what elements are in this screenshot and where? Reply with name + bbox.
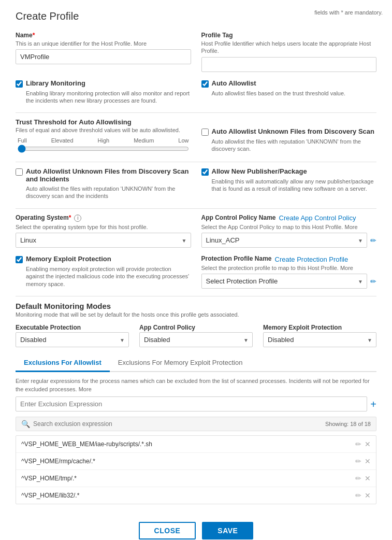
os-select[interactable]: Linux Windows — [16, 233, 191, 248]
auto-allowlist-unknown-ds-checkbox[interactable] — [201, 129, 209, 136]
divider4 — [16, 296, 376, 296]
os-appcontrol-row: Operating System* i Select the operating… — [16, 214, 376, 248]
auto-allowlist-col: Auto Allowlist Auto allowlist files base… — [201, 79, 377, 106]
protection-profile-col: Protection Profile Name Create Protectio… — [201, 255, 377, 289]
delete-exclusion-icon[interactable]: ✕ — [365, 440, 371, 448]
name-input[interactable] — [16, 49, 191, 64]
protection-profile-select-wrapper: Select Protection Profile ▼ — [201, 274, 368, 289]
auto-allowlist-hint: Auto allowlist files based on the trust … — [212, 90, 377, 97]
close-button[interactable]: CLOSE — [139, 522, 196, 539]
profile-tag-col: Profile Tag Host Profile Identifier whic… — [201, 32, 377, 72]
create-protection-profile-link[interactable]: Create Protection Profile — [275, 255, 349, 263]
os-label: Operating System* — [16, 214, 71, 221]
monitoring-modes-row: Executable Protection Disabled ▼ App Con… — [16, 324, 376, 347]
app-control-policy-select-wrapper: Disabled ▼ — [139, 332, 253, 347]
executable-protection-select[interactable]: Disabled — [16, 332, 129, 347]
auto-allowlist-dsi-label[interactable]: Auto Allowlist Unknown Files from Discov… — [26, 167, 191, 183]
app-control-policy-select[interactable]: Disabled — [139, 332, 253, 347]
trust-threshold-slider[interactable] — [18, 145, 189, 153]
auto-allowlist-dsi-checkbox[interactable] — [16, 168, 23, 176]
auto-allowlist-unknown-ds-checkbox-row: Auto Allowlist Unknown Files from Discov… — [201, 127, 377, 136]
protection-profile-select[interactable]: Select Protection Profile — [201, 274, 368, 289]
edit-exclusion-icon[interactable]: ✏ — [355, 474, 361, 482]
list-item: ^VSP_HOME/tmp/.* ✏ ✕ — [16, 470, 376, 487]
tab-exclusions-memory-exploit[interactable]: Exclusions For Memory Exploit Protection — [110, 354, 251, 372]
protection-profile-hint: Select the protection profile to map to … — [201, 264, 377, 272]
edit-exclusion-icon[interactable]: ✏ — [355, 491, 361, 500]
executable-protection-label: Executable Protection — [16, 324, 129, 331]
memory-exploit-mode-col: Memory Exploit Protection Disabled ▼ — [263, 324, 376, 347]
delete-exclusion-icon[interactable]: ✕ — [365, 491, 371, 500]
memory-protection-row: Memory Exploit Protection Enabling memor… — [16, 255, 376, 289]
profile-tag-label: Profile Tag — [201, 32, 377, 39]
exclusion-item-text: ^VSP_HOME/tmp/.* — [21, 475, 355, 482]
exclusion-actions: ✏ ✕ — [355, 440, 371, 448]
app-control-select-wrapper: Linux_ACP ▼ — [201, 233, 368, 248]
divider2 — [16, 162, 376, 162]
trust-threshold-hint: Files of equal and above threshold value… — [16, 127, 191, 133]
default-monitoring-subtitle: Monitoring mode that will be set by defa… — [16, 311, 376, 318]
list-item: ^VSP_HOME/lib32/.* ✏ ✕ — [16, 487, 376, 504]
default-monitoring-section: Default Monitoring Modes Monitoring mode… — [16, 302, 376, 347]
library-monitoring-checkbox-label[interactable]: Library Monitoring — [26, 79, 85, 87]
memory-exploit-checkbox[interactable] — [16, 256, 23, 263]
auto-allowlist-unknown-ds-col: Auto Allowlist Unknown Files from Discov… — [201, 118, 377, 154]
trust-threshold-title: Trust Threshold for Auto Allowlising — [16, 118, 191, 126]
auto-allowlist-dsi-col: Auto Allowlist Unknown Files from Discov… — [16, 167, 191, 201]
protection-profile-select-with-edit: Select Protection Profile ▼ ✏ — [201, 274, 377, 289]
divider1 — [16, 112, 376, 113]
exclusion-list-wrapper: 🔍 Showing: 18 of 18 ^VSP_HOME_WEB_MEM/ia… — [16, 417, 376, 504]
create-app-control-policy-link[interactable]: Create App Control Policy — [279, 214, 356, 222]
allow-new-publisher-label[interactable]: Allow New Publisher/Package — [212, 167, 307, 175]
exclusion-hint: Enter regular expressions for the proces… — [16, 377, 376, 393]
name-hint: This is an unique identifier for the Hos… — [16, 40, 191, 47]
trust-threshold-col: Trust Threshold for Auto Allowlising Fil… — [16, 118, 191, 154]
app-control-select-with-edit: Linux_ACP ▼ ✏ — [201, 233, 377, 248]
allow-new-publisher-checkbox-row: Allow New Publisher/Package — [201, 167, 377, 176]
mandatory-note: fields with * are mandatory. — [314, 9, 383, 16]
delete-exclusion-icon[interactable]: ✕ — [365, 457, 371, 465]
auto-allowlist-unknown-ds-label[interactable]: Auto Allowlist Unknown Files from Discov… — [212, 127, 374, 135]
protection-profile-edit-icon[interactable]: ✏ — [370, 277, 376, 286]
save-button[interactable]: SAVE — [202, 522, 253, 539]
list-item: ^VSP_HOME_WEB_MEM/iae-ruby/scripts/.*.sh… — [16, 436, 376, 453]
profile-tag-hint: Host Profile Identifier which helps user… — [201, 40, 377, 55]
name-profile-row: Name* This is an unique identifier for t… — [16, 32, 376, 72]
search-exclusion-input[interactable] — [33, 420, 325, 428]
executable-protection-select-wrapper: Disabled ▼ — [16, 332, 129, 347]
delete-exclusion-icon[interactable]: ✕ — [365, 474, 371, 482]
exclusion-list: ^VSP_HOME_WEB_MEM/iae-ruby/scripts/.*.sh… — [16, 435, 376, 504]
memory-exploit-mode-label: Memory Exploit Protection — [263, 324, 376, 331]
protection-profile-label-row: Protection Profile Name Create Protectio… — [201, 255, 377, 263]
list-item: ^VSP_HOME/rmp/cache/.* ✏ ✕ — [16, 453, 376, 470]
name-col: Name* This is an unique identifier for t… — [16, 32, 191, 72]
app-control-label: App Control Policy Name — [201, 214, 276, 221]
allow-new-publisher-checkbox[interactable] — [201, 168, 209, 176]
slider-labels: Full Elevated High Medium Low — [18, 137, 189, 144]
os-hint: Select the operating system type for thi… — [16, 223, 191, 231]
os-info-icon: i — [74, 215, 81, 222]
executable-protection-col: Executable Protection Disabled ▼ — [16, 324, 129, 347]
library-monitoring-checkbox[interactable] — [16, 80, 23, 88]
app-control-col: App Control Policy Name Create App Contr… — [201, 214, 377, 248]
memory-exploit-mode-select[interactable]: Disabled — [263, 332, 376, 347]
memory-exploit-label[interactable]: Memory Exploit Protection — [26, 255, 111, 263]
app-control-label-row: App Control Policy Name Create App Contr… — [201, 214, 377, 222]
edit-exclusion-icon[interactable]: ✏ — [355, 457, 361, 465]
profile-tag-input[interactable] — [201, 57, 377, 72]
auto-allowlist-dsi-checkbox-row: Auto Allowlist Unknown Files from Discov… — [16, 167, 191, 183]
exclusion-expression-input[interactable] — [16, 396, 367, 411]
memory-exploit-mode-select-wrapper: Disabled ▼ — [263, 332, 376, 347]
auto-allowlist-checkbox-label[interactable]: Auto Allowlist — [212, 79, 256, 87]
add-exclusion-button[interactable]: + — [370, 399, 376, 409]
os-col: Operating System* i Select the operating… — [16, 214, 191, 248]
library-monitoring-hint: Enabling library monitoring protection w… — [26, 90, 191, 105]
edit-exclusion-icon[interactable]: ✏ — [355, 440, 361, 448]
app-control-select[interactable]: Linux_ACP — [201, 233, 368, 248]
tab-exclusions-allowlist[interactable]: Exclusions For Allowlist — [16, 354, 110, 372]
app-control-edit-icon[interactable]: ✏ — [370, 236, 376, 245]
auto-allowlist-checkbox[interactable] — [201, 80, 209, 88]
exclusion-item-text: ^VSP_HOME/lib32/.* — [21, 492, 355, 499]
app-control-policy-label: App Control Policy — [139, 324, 253, 331]
exclusion-section: Enter regular expressions for the proces… — [16, 377, 376, 504]
